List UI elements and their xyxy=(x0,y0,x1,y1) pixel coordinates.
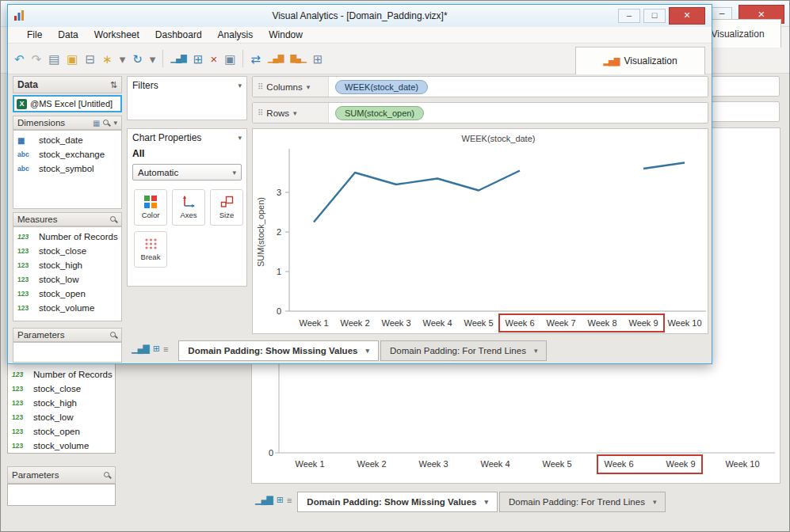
search-icon[interactable] xyxy=(110,332,117,339)
new-worksheet-icon[interactable]: ▁▄▇ xyxy=(255,495,273,505)
search-icon[interactable] xyxy=(103,120,110,127)
field-stock-high[interactable]: 123stock_high xyxy=(13,258,121,272)
menu-file[interactable]: File xyxy=(19,29,50,40)
sheet-tab-show-missing-values[interactable]: Domain Padding: Show Missing Values ▾ xyxy=(297,492,498,512)
magic-wand-icon[interactable]: ∗ xyxy=(102,53,113,65)
search-icon[interactable] xyxy=(110,216,117,223)
undo-icon[interactable]: ↶ xyxy=(14,53,25,65)
duplicate-worksheet-icon[interactable]: ▣ xyxy=(224,53,235,65)
grid-lines-icon[interactable]: ⊞ xyxy=(313,53,323,65)
dropdown-icon[interactable]: ▾ xyxy=(150,53,156,65)
line-series[interactable] xyxy=(314,171,520,222)
field-stock-symbol[interactable]: abcstock_symbol xyxy=(13,162,121,176)
field-stock-exchange[interactable]: abcstock_exchange xyxy=(13,147,121,162)
color-button[interactable]: Color xyxy=(134,189,167,226)
break-button[interactable]: Break xyxy=(134,231,167,268)
field-number-of-records[interactable]: 123Number of Records xyxy=(8,367,115,382)
new-workbook-icon[interactable]: ▤ xyxy=(48,53,59,65)
menu-worksheet[interactable]: Worksheet xyxy=(86,29,147,40)
clear-worksheet-icon[interactable]: × xyxy=(210,53,217,65)
data-panel-header[interactable]: Data ⇅ xyxy=(13,76,122,93)
field-stock-open[interactable]: 123stock_open xyxy=(8,424,115,439)
sheet-tab-for-trend-lines[interactable]: Domain Padding: For Trend Lines ▾ xyxy=(499,492,666,512)
calc-field-icon: 123 xyxy=(17,233,35,241)
sort-descending-icon[interactable]: ▇▄▁ xyxy=(290,55,305,63)
menu-window[interactable]: Window xyxy=(261,29,311,40)
dropdown-icon[interactable]: ▾ xyxy=(120,53,126,65)
sheet-tab-show-missing-values[interactable]: Domain Padding: Show Missing Values ▾ xyxy=(178,340,379,361)
redo-icon[interactable]: ↷ xyxy=(32,53,42,65)
titlebar[interactable]: Visual Analytics - [Domain_Padding.vizx]… xyxy=(8,5,712,27)
field-stock-high[interactable]: 123stock_high xyxy=(8,396,115,410)
mark-type-dropdown[interactable]: Automatic ▾ xyxy=(132,164,242,180)
new-dashboard-icon[interactable]: ⊞ xyxy=(277,495,283,505)
parameters-header[interactable]: Parameters xyxy=(7,466,116,484)
field-stock-low[interactable]: 123stock_low xyxy=(13,272,121,287)
new-dashboard-icon[interactable]: ⊞ xyxy=(193,53,204,65)
chevron-down-icon[interactable]: ▾ xyxy=(307,83,311,91)
sheet-tab-for-trend-lines[interactable]: Domain Padding: For Trend Lines ▾ xyxy=(380,340,548,361)
worksheet-list-icon[interactable]: ≡ xyxy=(163,344,167,354)
field-stock-open[interactable]: 123stock_open xyxy=(13,287,121,301)
toolbar: ↶↷▤▣⊟∗▾↻▾▁▄▇⊞×▣⇄▁▄▇▇▄▁⊞ ▂▅▇ Visualizatio… xyxy=(8,44,712,74)
num-field-icon: 123 xyxy=(17,304,35,312)
menu-data[interactable]: Data xyxy=(50,29,86,40)
worksheet-list-icon[interactable]: ≡ xyxy=(287,496,291,505)
new-worksheet-icon[interactable]: ▁▄▇ xyxy=(132,344,149,354)
columns-pill-week-stock-date[interactable]: WEEK(stock_date) xyxy=(335,80,428,94)
open-icon[interactable]: ▣ xyxy=(67,53,78,65)
save-icon[interactable]: ⊟ xyxy=(86,53,96,65)
rows-pill-sum-stock-open[interactable]: SUM(stock_open) xyxy=(335,106,424,120)
columns-shelf[interactable]: ⠿ Columns ▾ WEEK(stock_date) xyxy=(252,76,708,97)
new-dashboard-icon[interactable]: ⊞ xyxy=(153,344,159,354)
new-worksheet-icon[interactable]: ▁▄▇ xyxy=(170,55,185,63)
num-field-icon: 123 xyxy=(17,290,35,298)
chart-icon: ▂▅▇ xyxy=(603,57,619,66)
measures-header[interactable]: Measures xyxy=(13,212,122,226)
close-button[interactable]: × xyxy=(669,7,705,25)
maximize-button[interactable]: □ xyxy=(643,9,666,23)
search-icon[interactable] xyxy=(104,472,111,479)
field-number-of-records[interactable]: 123Number of Records xyxy=(13,230,121,244)
parameters-header[interactable]: Parameters xyxy=(13,328,122,342)
toolbar-separator xyxy=(242,50,243,67)
visualization-tab[interactable]: ▂▅▇ Visualization xyxy=(575,47,705,74)
rows-shelf[interactable]: ⠿ Rows ▾ SUM(stock_open) xyxy=(252,102,708,124)
field-label: stock_high xyxy=(39,260,82,270)
chevron-down-icon[interactable]: ▾ xyxy=(653,498,657,506)
menu-analysis[interactable]: Analysis xyxy=(210,29,261,40)
chevron-down-icon[interactable]: ▾ xyxy=(293,109,297,117)
size-button[interactable]: Size xyxy=(210,189,243,226)
axes-button[interactable]: Axes xyxy=(172,189,205,226)
field-stock-date[interactable]: ▦stock_date xyxy=(13,133,121,147)
x-tick-week-2: Week 2 xyxy=(340,318,369,328)
swap-axes-icon[interactable]: ⇄ xyxy=(250,53,261,65)
size-button-label: Size xyxy=(219,211,234,219)
field-stock-close[interactable]: 123stock_close xyxy=(13,244,121,258)
chevron-down-icon[interactable]: ▾ xyxy=(113,119,117,127)
columns-shelf-header[interactable]: ⠿ Columns ▾ xyxy=(253,77,329,97)
line-series[interactable] xyxy=(643,163,685,169)
menu-dashboard[interactable]: Dashboard xyxy=(147,29,210,40)
sort-ascending-icon[interactable]: ▁▄▇ xyxy=(268,55,283,63)
sort-fields-icon[interactable]: ⇅ xyxy=(110,80,117,90)
chevron-down-icon[interactable]: ▾ xyxy=(238,82,242,89)
chart-area: 0123Week 1Week 2Week 3Week 4Week 5Week 6… xyxy=(252,128,708,334)
dimensions-header[interactable]: Dimensions ▦ ▾ xyxy=(13,116,122,130)
field-stock-close[interactable]: 123stock_close xyxy=(8,382,115,396)
data-source-item[interactable]: X @MS Excel [Untitled] xyxy=(13,95,122,112)
refresh-icon[interactable]: ↻ xyxy=(132,53,143,65)
rows-shelf-header[interactable]: ⠿ Rows ▾ xyxy=(253,103,329,123)
chevron-down-icon[interactable]: ▾ xyxy=(484,498,488,506)
field-stock-low[interactable]: 123stock_low xyxy=(8,410,115,424)
mark-type-value: Automatic xyxy=(138,168,178,177)
chevron-down-icon[interactable]: ▾ xyxy=(365,347,369,355)
field-label: stock_open xyxy=(39,289,86,298)
minimize-button[interactable]: – xyxy=(618,9,640,23)
chevron-down-icon[interactable]: ▾ xyxy=(534,347,538,355)
field-stock-volume[interactable]: 123stock_volume xyxy=(13,301,121,315)
chevron-down-icon[interactable]: ▾ xyxy=(238,134,242,142)
field-stock-volume[interactable]: 123stock_volume xyxy=(8,439,115,453)
view-data-table-icon[interactable]: ▦ xyxy=(93,119,100,127)
x-tick-week-3: Week 3 xyxy=(381,318,410,328)
